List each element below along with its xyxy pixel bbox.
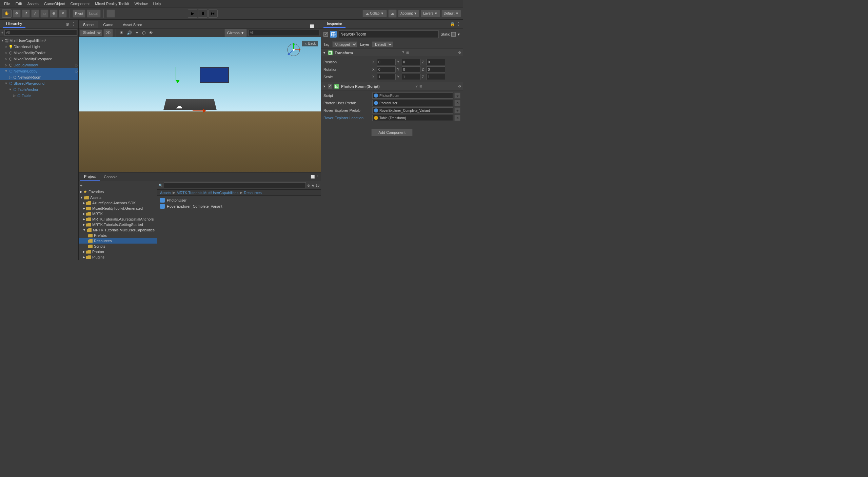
folder-prefabs[interactable]: Prefabs: [79, 233, 157, 238]
step-button[interactable]: ⏭: [208, 9, 218, 18]
rover-location-select-btn[interactable]: ⊙: [454, 115, 460, 121]
menu-gameobject[interactable]: GameObject: [41, 1, 68, 6]
tree-item-tableanchor[interactable]: ▼ ⬡ TableAnchor: [0, 86, 78, 92]
tree-item-sharedplayground[interactable]: ▼ ⬡ SharedPlayground: [0, 80, 78, 86]
active-checkbox[interactable]: ✓: [323, 32, 328, 37]
scene-gizmo[interactable]: [285, 41, 302, 58]
back-button[interactable]: ◁ Back: [302, 41, 318, 46]
folder-scripts[interactable]: Scripts: [79, 244, 157, 249]
menu-window[interactable]: Window: [132, 1, 150, 6]
tree-item-networkroom[interactable]: ▷ ⬡ NetworkRoom: [0, 74, 78, 80]
hand-tool[interactable]: ✋: [2, 9, 12, 18]
console-tab[interactable]: Console: [100, 173, 121, 180]
project-search-input[interactable]: [164, 182, 306, 188]
move-tool[interactable]: ✥: [13, 9, 21, 18]
local-btn[interactable]: Local: [87, 9, 100, 18]
audio-icon[interactable]: 🔊: [126, 30, 133, 36]
scene-fx-icon[interactable]: ⬡: [141, 30, 146, 36]
photon-enable-checkbox[interactable]: ✓: [328, 84, 332, 88]
default-dropdown[interactable]: Default ▼: [441, 10, 461, 17]
tree-item-table[interactable]: ▷ ⬡ Table: [0, 92, 78, 99]
more-icon[interactable]: ⋮: [75, 39, 78, 43]
snap-btn[interactable]: ⋯: [106, 9, 115, 18]
folder-getting-started[interactable]: ▶ MRTK.Tutorials.GettingStarted: [79, 222, 157, 227]
light-icon[interactable]: ☀: [119, 30, 124, 36]
add-component-button[interactable]: Add Component: [371, 129, 413, 136]
static-checkbox[interactable]: [451, 32, 456, 37]
scale-y-input[interactable]: [402, 74, 420, 80]
folder-azure[interactable]: ▶ AzureSpatialAnchors.SDK: [79, 200, 157, 206]
rot-y-input[interactable]: [402, 66, 420, 72]
pos-z-input[interactable]: [427, 59, 445, 65]
script-select-btn[interactable]: ⊙: [454, 92, 460, 99]
hierarchy-search-input[interactable]: [4, 29, 77, 36]
maximize-bottom-icon[interactable]: ⬜: [311, 175, 315, 179]
scene-search[interactable]: [248, 30, 319, 36]
folder-resources[interactable]: Resources: [79, 238, 157, 244]
hierarchy-add-icon[interactable]: +: [1, 31, 3, 35]
hierarchy-tab[interactable]: Hierarchy: [3, 20, 25, 28]
menu-mrtk[interactable]: Mixed Reality Toolkit: [92, 1, 132, 6]
play-button[interactable]: ▶: [188, 9, 197, 18]
game-tab[interactable]: Game: [99, 21, 118, 28]
transform-component-header[interactable]: ▼ Transform ? ⊞ ⚙: [321, 49, 463, 57]
scale-x-input[interactable]: [377, 74, 396, 80]
hierarchy-lock-icon[interactable]: ⊕: [65, 21, 70, 27]
menu-assets[interactable]: Assets: [25, 1, 41, 6]
rover-location-field[interactable]: Table (Transform): [372, 115, 453, 121]
question-icon[interactable]: ?: [416, 84, 418, 88]
tag-dropdown[interactable]: Untagged: [332, 41, 357, 47]
assetstore-tab[interactable]: Asset Store: [118, 21, 146, 28]
scene-view[interactable]: ☁ ◁ Back: [79, 37, 321, 172]
favorites-item[interactable]: ▶ ★ Favorites: [79, 189, 157, 195]
add-project-icon[interactable]: +: [80, 183, 82, 188]
gear-icon[interactable]: ⚙: [458, 84, 461, 88]
rover-prefab-field[interactable]: RoverExplorer_Complete_Variant: [372, 107, 453, 113]
custom-tool[interactable]: ✕: [59, 9, 67, 18]
shading-dropdown[interactable]: Shaded: [80, 29, 102, 36]
lock-icon[interactable]: ⊞: [406, 51, 409, 55]
search-options-icon[interactable]: ⊙: [307, 184, 310, 187]
folder-mrtk[interactable]: ▶ MRTK: [79, 211, 157, 216]
lock-icon[interactable]: ⊞: [419, 84, 422, 88]
hierarchy-more-icon[interactable]: ⋮: [71, 21, 76, 27]
folder-multiuser[interactable]: ▼ MRTK.Tutorials.MultiUserCapabilities: [79, 227, 157, 233]
rotate-tool[interactable]: ↺: [22, 9, 30, 18]
breadcrumb-assets[interactable]: Assets: [160, 191, 171, 195]
layers-dropdown[interactable]: Layers ▼: [421, 10, 440, 17]
photon-user-field[interactable]: PhotonUser: [372, 100, 453, 106]
menu-help[interactable]: Help: [151, 1, 164, 6]
inspector-tab[interactable]: Inspector: [323, 20, 346, 28]
object-name-input[interactable]: [339, 30, 439, 38]
folder-photon[interactable]: ▶ Photon: [79, 249, 157, 254]
cloud-btn[interactable]: ☁: [388, 9, 397, 18]
expand-icon[interactable]: ▷: [76, 69, 78, 73]
2d-toggle[interactable]: 2D: [103, 29, 113, 37]
more-bottom-icon[interactable]: ⋮: [316, 175, 319, 179]
folder-plugins[interactable]: ▶ Plugins: [79, 254, 157, 260]
account-dropdown[interactable]: Account ▼: [398, 10, 419, 17]
question-icon[interactable]: ?: [402, 51, 404, 55]
pos-x-input[interactable]: [377, 59, 396, 65]
tree-item-directional-light[interactable]: ▷ 💡 Directional Light: [0, 44, 78, 50]
tree-item-networklobby[interactable]: ▼ ⬡ NetworkLobby ▷: [0, 68, 78, 74]
hide-icon[interactable]: 👁: [148, 30, 154, 36]
breadcrumb-resources[interactable]: Resources: [244, 191, 262, 195]
script-field[interactable]: PhotonRoom: [372, 92, 453, 99]
more-scene-icon[interactable]: ⋮: [315, 24, 319, 28]
project-tab[interactable]: Project: [80, 173, 100, 181]
tree-item-mrplayspace[interactable]: ▷ ⬡ MixedRealityPlayspace: [0, 56, 78, 62]
effects-icon[interactable]: ✦: [134, 30, 140, 36]
menu-component[interactable]: Component: [67, 1, 92, 6]
scene-tab[interactable]: Scene: [79, 21, 98, 28]
layer-dropdown[interactable]: Default: [372, 41, 393, 47]
scale-tool[interactable]: ⤢: [31, 9, 39, 18]
search-star-icon[interactable]: ★: [311, 184, 314, 187]
pause-button[interactable]: ⏸: [198, 9, 208, 18]
folder-mrgen[interactable]: ▶ MixedRealityToolkit.Generated: [79, 206, 157, 211]
gizmos-btn[interactable]: Gizmos ▼: [224, 29, 246, 37]
static-arrow[interactable]: ▼: [457, 33, 460, 36]
expand-icon[interactable]: ▷: [76, 63, 78, 67]
photon-room-header[interactable]: ▼ ✓ Photon Room (Script) ? ⊞ ⚙: [321, 82, 463, 90]
asset-roverexplorer[interactable]: RoverExplorer_Complete_Variant: [160, 203, 318, 209]
